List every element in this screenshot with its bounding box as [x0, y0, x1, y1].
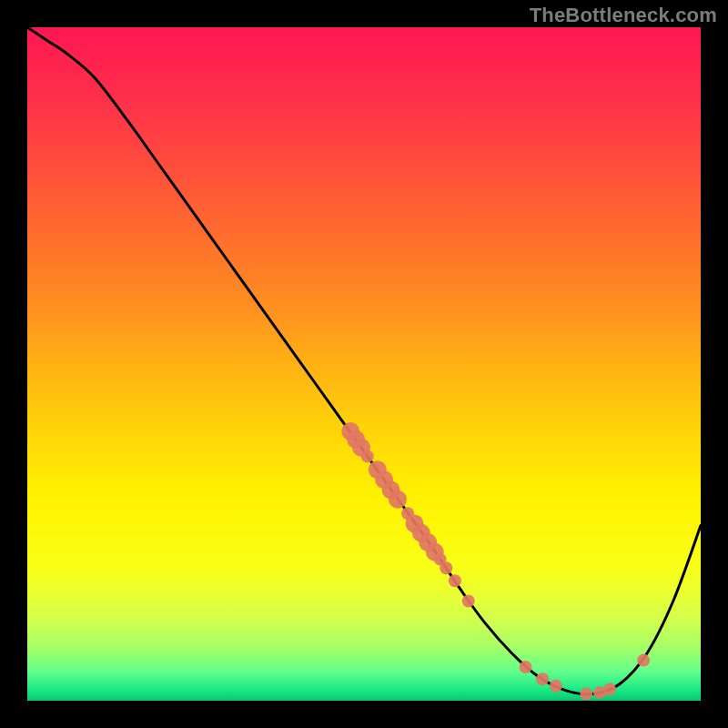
highlight-marker — [637, 654, 650, 667]
highlight-marker — [462, 594, 475, 607]
highlight-marker — [580, 688, 592, 701]
highlight-marker — [603, 682, 616, 695]
highlight-marker — [361, 450, 374, 462]
highlight-marker — [389, 490, 407, 509]
bottleneck-chart — [0, 0, 728, 728]
highlight-marker — [536, 672, 549, 685]
plot-background — [27, 27, 701, 701]
highlight-marker — [440, 561, 452, 574]
highlight-marker — [550, 680, 562, 693]
chart-stage: TheBottleneck.com — [0, 0, 728, 728]
highlight-marker — [449, 574, 461, 587]
highlight-marker — [520, 661, 532, 673]
watermark-label: TheBottleneck.com — [530, 4, 717, 27]
